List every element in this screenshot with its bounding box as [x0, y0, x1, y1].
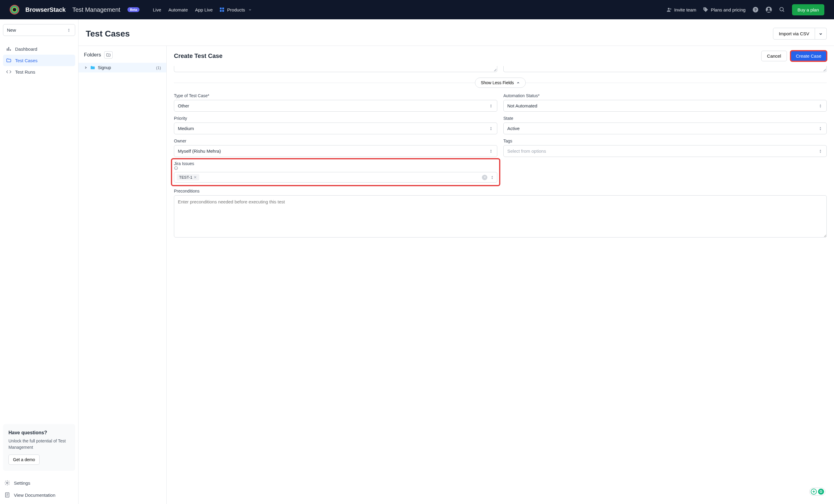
- svg-point-9: [7, 482, 8, 484]
- jira-select[interactable]: TEST-1 ✕ ✕ ▲▼: [174, 172, 497, 183]
- updown-icon: ▲▼: [68, 28, 71, 32]
- svg-point-0: [667, 8, 670, 10]
- folder-icon: [6, 58, 12, 63]
- owner-label: Owner: [174, 139, 497, 143]
- field-tags: Tags Select from options ▲▼: [503, 139, 827, 157]
- brand-product: Test Management: [72, 6, 120, 13]
- document-icon: [4, 492, 10, 498]
- sidebar-item-test-runs[interactable]: Test Runs: [3, 66, 75, 77]
- updown-icon: ▲▼: [491, 175, 495, 180]
- folders-panel: Folders Signup (1): [79, 46, 167, 504]
- chevron-up-icon: [517, 81, 520, 85]
- sidebar-item-docs[interactable]: View Documentation: [3, 489, 75, 501]
- folder-row[interactable]: Signup (1): [79, 63, 167, 72]
- clear-all-icon[interactable]: ✕: [482, 175, 487, 180]
- dashboard-icon: [6, 46, 12, 52]
- state-label: State: [503, 116, 827, 121]
- chevron-down-icon: [819, 32, 823, 36]
- brand-name: BrowserStack: [25, 6, 66, 13]
- grammarly-widget[interactable]: G: [809, 488, 826, 496]
- remove-chip-icon[interactable]: ✕: [194, 175, 197, 180]
- gear-icon: [4, 480, 10, 486]
- sidebar-item-test-cases[interactable]: Test Cases: [3, 54, 75, 66]
- show-less-fields-button[interactable]: Show Less Fields: [475, 77, 526, 88]
- add-folder-button[interactable]: [104, 51, 113, 59]
- demo-card: Have questions? Unlock the full potentia…: [3, 424, 75, 471]
- chevron-right-icon: [84, 66, 88, 69]
- cancel-button[interactable]: Cancel: [761, 51, 787, 61]
- sidebar-item-settings[interactable]: Settings: [3, 477, 75, 489]
- type-select[interactable]: Other ▲▼: [174, 100, 497, 112]
- preconditions-label: Preconditions: [174, 189, 827, 193]
- updown-icon: ▲▼: [819, 149, 823, 154]
- preconditions-textarea[interactable]: [174, 195, 827, 237]
- import-dropdown[interactable]: [815, 28, 827, 40]
- field-automation: Automation Status* Not Automated ▲▼: [503, 93, 827, 112]
- type-label: Type of Test Case*: [174, 93, 497, 98]
- settings-label: Settings: [14, 480, 30, 486]
- svg-point-5: [780, 7, 784, 11]
- page-header: Test Cases Import via CSV: [79, 19, 834, 46]
- nav-products-label: Products: [227, 7, 245, 13]
- textarea-resizer-right[interactable]: [503, 66, 827, 72]
- search-icon[interactable]: [779, 6, 785, 13]
- owner-select[interactable]: Myself (Rishu Mehra) ▲▼: [174, 145, 497, 157]
- user-avatar-icon[interactable]: [765, 6, 772, 13]
- sidebar: New ▲▼ Dashboard Test Cases Test Runs Ha…: [0, 19, 79, 504]
- updown-icon: ▲▼: [819, 126, 823, 131]
- automation-select[interactable]: Not Automated ▲▼: [503, 100, 827, 112]
- docs-label: View Documentation: [14, 492, 55, 498]
- tags-select[interactable]: Select from options ▲▼: [503, 145, 827, 157]
- tag-icon: [703, 7, 708, 13]
- beta-badge: Beta: [127, 7, 139, 12]
- tags-label: Tags: [503, 139, 827, 143]
- field-priority: Priority Medium ▲▼: [174, 116, 497, 134]
- buy-plan-button[interactable]: Buy a plan: [792, 4, 824, 16]
- plans-pricing[interactable]: Plans and pricing: [703, 7, 746, 13]
- svg-rect-6: [7, 49, 7, 51]
- automation-label: Automation Status*: [503, 93, 827, 98]
- browserstack-logo: [10, 5, 19, 15]
- folder-name: Signup: [98, 65, 111, 70]
- jira-label: Jira Issues: [174, 161, 194, 166]
- chevron-down-icon: [248, 8, 252, 12]
- svg-text:?: ?: [754, 7, 757, 12]
- top-nav: BrowserStack Test Management Beta Live A…: [0, 0, 834, 19]
- project-selector[interactable]: New ▲▼: [3, 24, 75, 36]
- import-csv-button[interactable]: Import via CSV: [773, 28, 815, 40]
- sidebar-item-dashboard[interactable]: Dashboard: [3, 43, 75, 54]
- invite-team[interactable]: Invite team: [666, 7, 696, 13]
- info-icon[interactable]: [174, 166, 178, 170]
- form-title: Create Test Case: [174, 52, 222, 60]
- field-owner: Owner Myself (Rishu Mehra) ▲▼: [174, 139, 497, 157]
- updown-icon: ▲▼: [819, 104, 823, 108]
- page-title: Test Cases: [86, 29, 130, 39]
- demo-body: Unlock the full potential of Test Manage…: [8, 438, 70, 450]
- updown-icon: ▲▼: [490, 149, 493, 154]
- priority-select[interactable]: Medium ▲▼: [174, 122, 497, 134]
- priority-label: Priority: [174, 116, 497, 121]
- project-name: New: [7, 27, 16, 32]
- updown-icon: ▲▼: [490, 126, 493, 131]
- create-test-case-panel: Create Test Case Cancel Create Case Show…: [167, 46, 834, 504]
- folders-heading: Folders: [84, 52, 101, 58]
- nav-automate[interactable]: Automate: [169, 7, 188, 13]
- state-select[interactable]: Active ▲▼: [503, 122, 827, 134]
- sidebar-item-label: Dashboard: [15, 46, 37, 52]
- demo-title: Have questions?: [8, 430, 70, 435]
- get-demo-button[interactable]: Get a demo: [8, 455, 40, 465]
- folder-icon: [90, 65, 95, 70]
- field-type: Type of Test Case* Other ▲▼: [174, 93, 497, 112]
- svg-rect-7: [8, 47, 9, 51]
- sidebar-item-label: Test Cases: [15, 58, 38, 63]
- grid-icon: [220, 7, 224, 12]
- nav-app-live[interactable]: App Live: [195, 7, 213, 13]
- svg-point-4: [768, 8, 770, 10]
- grammarly-add-icon: [811, 488, 817, 495]
- jira-chip: TEST-1 ✕: [177, 174, 199, 181]
- nav-live[interactable]: Live: [153, 7, 161, 13]
- create-case-button[interactable]: Create Case: [791, 51, 827, 61]
- help-icon[interactable]: ?: [752, 6, 759, 13]
- nav-products[interactable]: Products: [220, 7, 251, 13]
- textarea-resizer-left[interactable]: [174, 66, 497, 72]
